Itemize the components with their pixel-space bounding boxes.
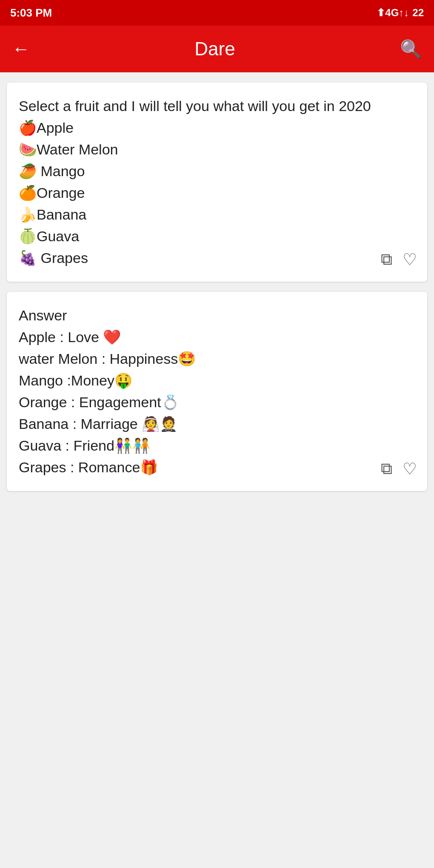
search-button[interactable]: 🔍 [400,39,422,60]
card1-actions: ⧉ ♡ [381,250,417,269]
copy-button-card2[interactable]: ⧉ [381,460,392,478]
answer-mango: Mango :Money🤑 [19,372,132,388]
answer-banana: Banana : Marriage 👰🤵 [19,416,177,432]
fruit-grapes: 🍇 Grapes [19,250,88,266]
main-content: Select a fruit and I will tell you what … [0,72,434,868]
card-answers: Answer Apple : Love ❤️ water Melon : Hap… [7,292,427,491]
fruit-banana: 🍌Banana [19,206,86,223]
page-title: Dare [194,38,235,60]
status-bar-icons: ⬆4G↑↓ 22 [377,7,424,19]
status-bar: 5:03 PM ⬆4G↑↓ 22 [0,0,434,26]
time-display: 5:03 PM [10,6,52,20]
like-button-card2[interactable]: ♡ [403,460,417,478]
fruit-mango: 🥭 Mango [19,163,85,179]
back-button[interactable]: ← [12,39,30,59]
copy-button-card1[interactable]: ⧉ [381,250,392,269]
card2-actions: ⧉ ♡ [381,460,417,478]
answer-grapes: Grapes : Romance🎁 [19,459,158,475]
toolbar: ← Dare 🔍 [0,26,434,72]
fruit-orange: 🍊Orange [19,185,85,201]
card1-intro: Select a fruit and I will tell you what … [19,98,371,114]
card2-content: Answer Apple : Love ❤️ water Melon : Hap… [19,305,415,478]
fruit-apple: 🍎Apple [19,120,74,136]
answer-apple: Apple : Love ❤️ [19,329,121,345]
fruit-watermelon: 🍉Water Melon [19,141,118,157]
battery-display: 22 [412,7,424,19]
answer-watermelon: water Melon : Happiness🤩 [19,351,196,367]
answer-orange: Orange : Engagement💍 [19,394,179,410]
card1-content: Select a fruit and I will tell you what … [19,95,415,269]
like-button-card1[interactable]: ♡ [403,250,417,269]
fruit-guava: 🍈Guava [19,228,79,244]
card-select-fruit: Select a fruit and I will tell you what … [7,83,427,282]
status-bar-time: 5:03 PM [10,6,52,20]
answer-guava: Guava : Friend👫🧑‍🤝‍🧑 [19,437,150,454]
signal-icon: ⬆4G↑↓ [377,7,409,19]
card2-title: Answer [19,307,67,323]
